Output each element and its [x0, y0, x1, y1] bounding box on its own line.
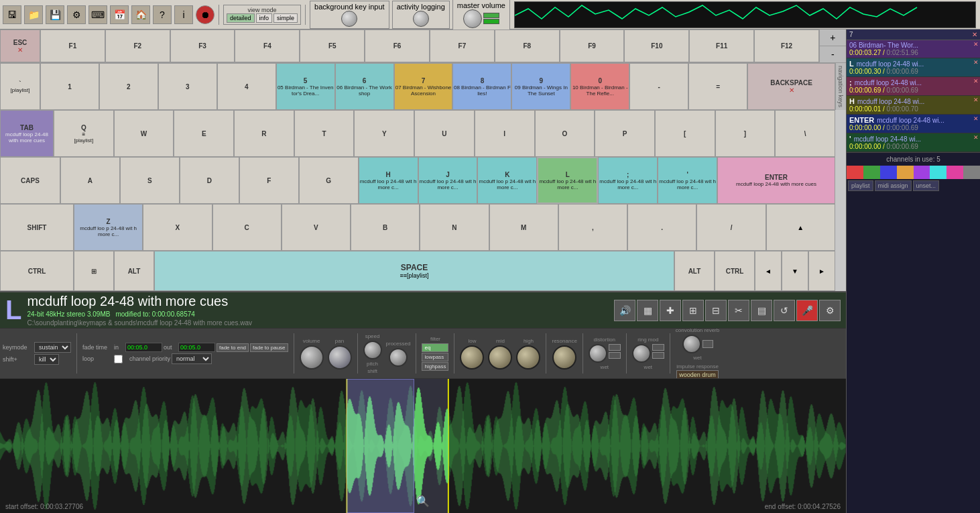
calendar-icon[interactable]: 📅 [110, 5, 129, 24]
fade-out-input[interactable] [178, 343, 215, 352]
key-f11[interactable]: F11 [689, 30, 754, 62]
scissors-icon[interactable]: ✂ [728, 300, 749, 321]
key-i[interactable]: I [475, 110, 535, 157]
key-m[interactable]: M [489, 204, 558, 251]
loop-checkbox[interactable] [114, 355, 123, 363]
key-win[interactable]: ⊞ [74, 251, 114, 291]
key-f12[interactable]: F12 [754, 30, 819, 62]
info-btn[interactable]: info [256, 13, 273, 23]
waveform-icon[interactable]: ▦ [637, 300, 658, 321]
open-icon[interactable]: 📁 [24, 5, 43, 24]
key-alt-r[interactable]: ALT [674, 251, 715, 291]
keymode-select[interactable]: sustain [34, 342, 71, 353]
key-r[interactable]: R [234, 110, 294, 157]
master-volume-knob[interactable] [463, 9, 482, 28]
key-9[interactable]: 9 09 Birdman - Wings In The Sunset [511, 63, 570, 110]
plus-icon[interactable]: ✚ [660, 300, 681, 321]
key-g[interactable]: G [299, 157, 359, 204]
ring-mod-wet-knob[interactable] [632, 344, 651, 363]
conv-slider[interactable] [702, 340, 713, 348]
close-x-3[interactable]: ✕ [973, 97, 979, 103]
settings-icon[interactable]: ⚙ [67, 5, 86, 24]
key-5[interactable]: 5 05 Birdman - The Inven tor's Drea... [276, 63, 335, 110]
key-o[interactable]: O [535, 110, 595, 157]
key-k[interactable]: K mcduff loo p 24-48 wit h more c... [477, 157, 537, 204]
key-ctrl-r[interactable]: CTRL [715, 251, 755, 291]
key-u[interactable]: U [414, 110, 475, 157]
convolution-wet-knob[interactable] [682, 335, 701, 353]
fade-in-input[interactable] [125, 343, 162, 352]
channel-priority-select[interactable]: normal [172, 353, 212, 364]
simple-btn[interactable]: simple [273, 13, 298, 23]
volume-knob[interactable] [300, 345, 324, 369]
key-v[interactable]: V [282, 204, 351, 251]
key-equals[interactable]: = [688, 63, 747, 110]
key-lbracket[interactable]: [ [655, 110, 715, 157]
key-f6[interactable]: F6 [365, 30, 430, 62]
key-x[interactable]: X [143, 204, 212, 251]
activity-logging-knob[interactable] [413, 11, 429, 27]
right-entry-3[interactable]: ✕ H mcduff loop 24-48 wi... 0:00:00.01 /… [847, 96, 980, 115]
key-backspace[interactable]: BACKSPACE ✕ [747, 63, 835, 110]
layout-icon[interactable]: ⊞ [682, 300, 704, 321]
key-minus[interactable]: - [629, 63, 688, 110]
key-semicolon[interactable]: ; mcduff loo p 24-48 wit h more c... [598, 157, 658, 204]
bg-key-input-knob[interactable] [341, 11, 357, 27]
close-x-4[interactable]: ✕ [973, 115, 979, 122]
close-panel-icon[interactable]: ✕ [972, 31, 977, 38]
key-1[interactable]: 1 [40, 63, 99, 110]
key-f7[interactable]: F7 [430, 30, 495, 62]
key-period[interactable]: . [627, 204, 696, 251]
unset-btn[interactable]: unset... [913, 180, 940, 191]
panel-icon[interactable]: ▤ [751, 300, 772, 321]
key-4[interactable]: 4 [217, 63, 276, 110]
fade-to-pause-btn[interactable]: fade to pause [250, 343, 288, 352]
color-orange[interactable] [897, 166, 914, 179]
key-3[interactable]: 3 [158, 63, 217, 110]
key-6[interactable]: 6 06 Birdman - The Work shop [335, 63, 394, 110]
key-f5[interactable]: F5 [300, 30, 365, 62]
key-7[interactable]: 7 07 Birdman - Wishbone Ascension [394, 63, 453, 110]
key-d[interactable]: D [180, 157, 239, 204]
key-f1[interactable]: F1 [40, 30, 105, 62]
key-f8[interactable]: F8 [495, 30, 560, 62]
midi-assign-btn[interactable]: midi assign [875, 180, 912, 191]
key-lshift[interactable]: SHIFT [0, 204, 74, 251]
key-q[interactable]: Q ≡ [playlist] [54, 110, 114, 157]
ring-slider1[interactable] [652, 344, 664, 351]
pan-knob[interactable] [328, 345, 352, 369]
key-rbracket[interactable]: ] [715, 110, 776, 157]
eq-btn[interactable]: eq [422, 343, 448, 352]
key-backslash[interactable]: \ [775, 110, 835, 157]
key-8[interactable]: 8 08 Birdman - Birdman F lies! [452, 63, 511, 110]
key-n[interactable]: N [420, 204, 489, 251]
key-f[interactable]: F [239, 157, 299, 204]
speed-knob[interactable] [363, 341, 382, 359]
key-2[interactable]: 2 [99, 63, 158, 110]
key-capslock[interactable]: CAPS [0, 157, 60, 204]
key-down[interactable]: ▼ [782, 251, 808, 291]
key-h[interactable]: H mcduff loo p 24-48 wit h more c... [359, 157, 418, 204]
playlist-btn[interactable]: playlist [848, 180, 873, 191]
color-pink[interactable] [946, 166, 963, 179]
key-f10[interactable]: F10 [624, 30, 689, 62]
key-alt-l[interactable]: ALT [114, 251, 154, 291]
save-icon[interactable]: 💾 [46, 5, 64, 24]
resonance-knob[interactable] [552, 345, 576, 369]
low-knob[interactable] [460, 345, 484, 369]
key-f9[interactable]: F9 [560, 30, 625, 62]
speaker-icon[interactable]: 🔊 [614, 300, 635, 321]
right-entry-5[interactable]: ✕ ' mcduff loop 24-48 wi... 0:00:00.00 /… [847, 133, 980, 152]
key-f3[interactable]: F3 [170, 30, 235, 62]
detailed-btn[interactable]: detailed [227, 13, 255, 23]
key-tab[interactable]: TAB mcduff loop 24-48 with more cues [0, 110, 54, 157]
right-entry-1[interactable]: ✕ L mcduff loop 24-48 wi... 0:00:00.30 /… [847, 58, 980, 77]
right-entry-2[interactable]: ✕ ; mcduff loop 24-48 wi... 0:00:00.69 /… [847, 77, 980, 96]
dist-slider1[interactable] [609, 344, 621, 351]
key-right[interactable]: ► [808, 251, 835, 291]
close-x-1[interactable]: ✕ [973, 59, 979, 66]
key-f2[interactable]: F2 [105, 30, 170, 62]
info-icon[interactable]: i [174, 5, 193, 24]
distortion-wet-knob[interactable] [589, 344, 607, 363]
key-enter[interactable]: ENTER mcduff loop 24-48 with more cues [717, 157, 835, 204]
